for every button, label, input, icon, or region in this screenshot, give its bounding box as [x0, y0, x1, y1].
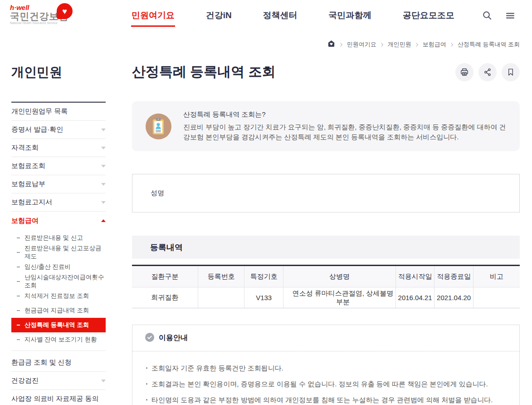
usage-note: 타인명의 도용과 같은 부정한 방법에 의하여 개인정보를 침해 또는 누설하는…	[145, 395, 506, 405]
subitem-assistive-devices[interactable]: 지사별 잔여 보조기기 현황	[11, 332, 106, 347]
nav-minwon[interactable]: 민원여기요	[131, 6, 175, 27]
dash-icon	[17, 252, 20, 253]
dash-icon	[17, 267, 20, 267]
col-disease-name: 상병명	[283, 266, 395, 287]
main-content: 산정특례 등록내역 조회	[132, 50, 520, 405]
breadcrumb-separator-icon	[415, 42, 419, 47]
subitem-scaling-info[interactable]: 치석제거 진료정보 조회	[11, 289, 106, 303]
header-utility	[482, 10, 516, 21]
sidebar-item-premium-inquiry[interactable]: 보험료조회	[11, 157, 106, 175]
subitem-pregnancy-cost[interactable]: 임신/출산 진료비	[11, 260, 106, 274]
col-start-date: 적용시작일	[395, 266, 434, 287]
cell-special-code: V133	[244, 287, 283, 308]
usage-note: 조회일자 기준 유효한 등록건만 조회됩니다.	[145, 363, 506, 373]
clipboard-icon	[146, 114, 171, 139]
page-actions	[455, 63, 520, 81]
nav-about-nhis[interactable]: 공단요모조모	[402, 6, 455, 27]
sidebar-title: 개인민원	[11, 64, 106, 81]
col-end-date: 적용종료일	[434, 266, 473, 287]
cell-remarks	[473, 287, 520, 308]
logo-subtitle: National Health Insurance Service	[10, 21, 78, 25]
usage-guide-title: 이용안내	[159, 333, 188, 343]
breadcrumb-item[interactable]: 민원여기요	[347, 40, 376, 49]
nav-with-people[interactable]: 국민과함께	[328, 6, 372, 27]
registration-section-title: 등록내역	[150, 242, 183, 253]
usage-guide-box: 이용안내 조회일자 기준 유효한 등록건만 조회됩니다. 조회결과는 본인 확인…	[132, 325, 520, 405]
cell-end-date: 2021.04.20	[434, 287, 473, 308]
dash-icon	[17, 325, 20, 326]
chevron-up-icon	[101, 219, 106, 222]
sidebar-item-certificates[interactable]: 증명서 발급·확인	[11, 121, 106, 139]
dash-icon	[17, 296, 20, 296]
sidebar-item-premium-notice[interactable]: 보험료고지서	[11, 193, 106, 212]
chevron-down-icon	[101, 201, 106, 204]
search-icon[interactable]	[482, 10, 493, 21]
breadcrumb-item[interactable]: 개인민원	[388, 40, 411, 49]
table-header-row: 질환구분 등록번호 특정기호 상병명 적용시작일 적용종료일 비고	[132, 266, 520, 287]
col-remarks: 비고	[473, 266, 520, 287]
page-title-row: 산정특례 등록내역 조회	[132, 63, 520, 81]
dash-icon	[17, 237, 20, 238]
service-info-text: 산정특례 등록내역 조회는? 진료비 부담이 높고 장기간 치료가 요구되는 암…	[183, 110, 506, 142]
col-registration-no: 등록번호	[198, 266, 244, 287]
global-nav: 민원여기요 건강iN 정책센터 국민과함께 공단요모조모	[131, 0, 455, 33]
col-disease-type: 질환구분	[132, 266, 198, 287]
service-info-box: 산정특례 등록내역 조회는? 진료비 부담이 높고 장기간 치료가 요구되는 암…	[132, 101, 520, 151]
subitem-cash-benefit[interactable]: 현금급여 지급내역 조회	[11, 303, 106, 318]
usage-guide-body: 조회일자 기준 유효한 등록건만 조회됩니다. 조회결과는 본인 확인용이며, …	[132, 351, 519, 405]
chevron-down-icon	[101, 128, 106, 131]
chevron-down-icon	[101, 147, 106, 149]
sidebar-item-refund[interactable]: 환급금 조회 및 신청	[11, 354, 106, 372]
breadcrumb: 민원여기요 개인민원 보험급여 산정특례 등록내역 조회	[327, 40, 520, 49]
bullet-dot-icon	[146, 367, 147, 369]
chevron-down-icon	[101, 165, 106, 168]
menu-icon[interactable]	[505, 10, 516, 21]
usage-guide-header: 이용안내	[132, 325, 519, 351]
share-icon[interactable]	[478, 63, 497, 81]
chevron-down-icon	[101, 380, 106, 382]
service-info-title: 산정특례 등록내역 조회는?	[183, 110, 506, 119]
sidebar-benefit-submenu: 진료받은내용 및 신고 진료받은내용 및 신고포상금제도 임신/출산 진료비 난…	[11, 230, 106, 351]
nav-policy-center[interactable]: 정책센터	[263, 6, 298, 27]
cell-disease-type: 희귀질환	[132, 287, 198, 308]
bullet-dot-icon	[146, 383, 147, 385]
site-logo[interactable]: h·well 국민건강보험 National Health Insurance …	[10, 4, 78, 25]
home-icon[interactable]	[327, 40, 336, 49]
cell-disease-name: 연소성 류마티스관절염, 상세불명 부분	[283, 287, 395, 308]
dash-icon	[17, 310, 20, 311]
subitem-treatment-report[interactable]: 진료받은내용 및 신고	[11, 231, 106, 245]
subitem-special-case-inquiry[interactable]: 산정특례 등록내역 조회	[11, 318, 106, 332]
sidebar: 개인민원 개인민원업무 목록 증명서 발급·확인 자격조회 보험료조회 보험료납…	[11, 50, 106, 405]
page-title: 산정특례 등록내역 조회	[132, 63, 276, 81]
print-icon[interactable]	[455, 63, 473, 81]
nav-health-in[interactable]: 건강iN	[205, 6, 232, 27]
site-header: h·well 국민건강보험 National Health Insurance …	[0, 0, 532, 33]
sidebar-item-eligibility[interactable]: 자격조회	[11, 139, 106, 157]
logo-heart-icon: ♥	[57, 3, 73, 19]
sidebar-item-premium-payment[interactable]: 보험료납부	[11, 175, 106, 193]
cell-registration-no	[198, 287, 244, 308]
usage-note: 조회결과는 본인 확인용이며, 증명용으로 이용될 수 없습니다. 정보의 유출…	[145, 379, 506, 389]
name-field-row[interactable]: 성명	[132, 174, 520, 212]
dash-icon	[17, 281, 20, 282]
subitem-report-reward[interactable]: 진료받은내용 및 신고포상금제도	[11, 245, 106, 260]
breadcrumb-separator-icon	[381, 42, 384, 47]
cell-start-date: 2016.04.21	[395, 287, 434, 308]
chevron-down-icon	[101, 183, 106, 186]
sidebar-item-health-checkup[interactable]: 건강검진	[11, 372, 106, 390]
breadcrumb-separator-icon	[450, 42, 454, 47]
registration-table: 질환구분 등록번호 특정기호 상병명 적용시작일 적용종료일 비고 희귀질환 V…	[132, 265, 520, 308]
bullet-dot-icon	[146, 399, 147, 400]
breadcrumb-separator-icon	[340, 42, 343, 47]
col-special-code: 특정기호	[244, 266, 283, 287]
table-row: 희귀질환 V133 연소성 류마티스관절염, 상세불명 부분 2016.04.2…	[132, 287, 520, 308]
bookmark-icon[interactable]	[502, 63, 520, 81]
sidebar-item-task-list[interactable]: 개인민원업무 목록	[11, 103, 106, 121]
registration-section-bar: 등록내역	[132, 236, 520, 259]
subitem-fertility-count[interactable]: 난임시술대상자잔여급여횟수조회	[11, 274, 106, 289]
sidebar-item-insurance-benefits[interactable]: 보험급여	[11, 212, 106, 230]
page-layout: 개인민원 개인민원업무 목록 증명서 발급·확인 자격조회 보험료조회 보험료납…	[0, 33, 532, 405]
name-field-label: 성명	[151, 189, 164, 198]
breadcrumb-item[interactable]: 보험급여	[423, 40, 446, 49]
sidebar-item-workplace-consent[interactable]: 사업장 의료비 자료제공 동의	[11, 390, 106, 405]
